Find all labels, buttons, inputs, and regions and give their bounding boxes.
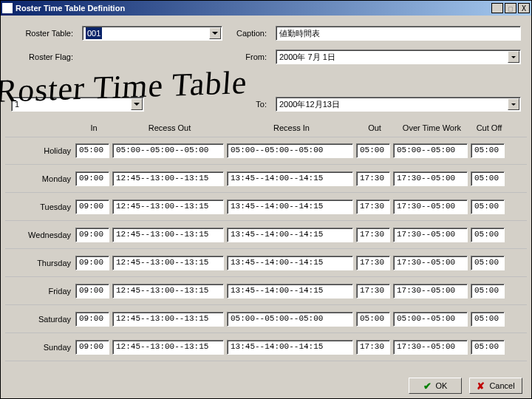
- table-row: Sunday09:0012:45--13:00--13:1513:45--14:…: [5, 333, 527, 361]
- cell-recess-in[interactable]: 05:00--05:00--05:00: [227, 312, 353, 327]
- table-row: Friday09:0012:45--13:00--13:1513:45--14:…: [5, 277, 527, 305]
- day-label: Holiday: [5, 146, 75, 155]
- cell-cutoff[interactable]: 05:00: [471, 340, 505, 355]
- cell-recess-in[interactable]: 13:45--14:00--14:15: [227, 200, 353, 214]
- cell-otw[interactable]: 05:00--05:00: [393, 312, 468, 327]
- cancel-label: Cancel: [489, 381, 514, 390]
- col-cutoff: Cut Off: [471, 123, 508, 132]
- caption-input[interactable]: 値勤時間表: [276, 26, 521, 41]
- minimize-button[interactable]: _: [491, 3, 503, 13]
- to-date-input[interactable]: 2000年12月13日: [276, 97, 521, 112]
- col-out: Out: [356, 123, 393, 132]
- cell-in[interactable]: 09:00: [75, 171, 109, 186]
- cell-in[interactable]: 09:00: [75, 256, 109, 270]
- to-date-value: 2000年12月13日: [279, 99, 340, 110]
- close-button[interactable]: X: [518, 3, 530, 13]
- cell-out[interactable]: 17:30: [356, 284, 390, 299]
- cell-cutoff[interactable]: 05:00: [471, 228, 505, 242]
- table-row: Thursday09:0012:45--13:00--13:1513:45--1…: [5, 249, 527, 277]
- column-headers: In Recess Out Recess In Out Over Time Wo…: [5, 119, 527, 137]
- roster-table-value: 001: [86, 27, 102, 39]
- cell-recess-out[interactable]: 12:45--13:00--13:15: [112, 312, 224, 327]
- cell-otw[interactable]: 17:30--05:00: [393, 340, 468, 355]
- from-label: From:: [227, 52, 271, 61]
- cell-recess-in[interactable]: 13:45--14:00--14:15: [227, 256, 353, 270]
- roster-flag-combo[interactable]: 1: [11, 97, 144, 112]
- cell-recess-out[interactable]: 05:00--05:00--05:00: [112, 143, 224, 158]
- cell-recess-out[interactable]: 12:45--13:00--13:15: [112, 228, 224, 242]
- col-in: In: [75, 123, 112, 132]
- cell-recess-in[interactable]: 13:45--14:00--14:15: [227, 171, 353, 186]
- cell-out[interactable]: 17:30: [356, 340, 390, 355]
- day-label: Thursday: [5, 259, 75, 267]
- ok-label: OK: [436, 381, 448, 390]
- cell-out[interactable]: 17:30: [356, 228, 390, 242]
- day-label: Wednesday: [5, 231, 75, 239]
- dialog-footer: ✔ OK ✘ Cancel: [1, 373, 531, 398]
- window: Roster Time Table Definition _ □ X Roste…: [0, 0, 532, 399]
- table-row: Holiday05:0005:00--05:00--05:0005:00--05…: [5, 137, 527, 165]
- cell-out[interactable]: 17:30: [356, 200, 390, 214]
- cell-recess-out[interactable]: 12:45--13:00--13:15: [112, 284, 224, 299]
- cell-recess-out[interactable]: 12:45--13:00--13:15: [112, 200, 224, 214]
- roster-flag-label: Roster Flag:: [11, 52, 78, 61]
- form-area: Roster Table: 001 Caption: 値勤時間表 Roster …: [1, 16, 531, 119]
- table-row: Monday09:0012:45--13:00--13:1513:45--14:…: [5, 165, 527, 193]
- col-otw: Over Time Work: [393, 123, 471, 132]
- chevron-down-icon[interactable]: [209, 27, 221, 39]
- from-date-input[interactable]: 2000年 7月 1日: [276, 50, 521, 64]
- cell-recess-in[interactable]: 13:45--14:00--14:15: [227, 340, 353, 355]
- day-label: Tuesday: [5, 202, 75, 211]
- caption-value: 値勤時間表: [279, 28, 320, 39]
- cell-recess-in[interactable]: 13:45--14:00--14:15: [227, 284, 353, 299]
- col-recess-out: Recess Out: [112, 123, 227, 132]
- cell-otw[interactable]: 17:30--05:00: [393, 256, 468, 270]
- cell-in[interactable]: 09:00: [75, 200, 109, 214]
- day-label: Monday: [5, 174, 75, 183]
- cell-cutoff[interactable]: 05:00: [471, 256, 505, 270]
- title-bar: Roster Time Table Definition _ □ X: [1, 1, 531, 16]
- cell-recess-in[interactable]: 05:00--05:00--05:00: [227, 143, 353, 158]
- cell-recess-in[interactable]: 13:45--14:00--14:15: [227, 228, 353, 242]
- cell-otw[interactable]: 17:30--05:00: [393, 284, 468, 299]
- table-row: Tuesday09:0012:45--13:00--13:1513:45--14…: [5, 193, 527, 221]
- chevron-down-icon[interactable]: [508, 98, 519, 110]
- roster-flag-value: 1: [15, 100, 19, 109]
- app-icon: [2, 3, 13, 13]
- timetable-rows: Holiday05:0005:00--05:00--05:0005:00--05…: [5, 137, 527, 361]
- cell-otw[interactable]: 05:00--05:00: [393, 143, 468, 158]
- cancel-button[interactable]: ✘ Cancel: [469, 378, 522, 394]
- table-row: Wednesday09:0012:45--13:00--13:1513:45--…: [5, 221, 527, 249]
- cell-in[interactable]: 09:00: [75, 312, 109, 327]
- maximize-button[interactable]: □: [505, 3, 516, 13]
- roster-table-combo[interactable]: 001: [82, 26, 222, 41]
- cell-cutoff[interactable]: 05:00: [471, 171, 505, 186]
- cell-otw[interactable]: 17:30--05:00: [393, 171, 468, 186]
- table-row: Saturday09:0012:45--13:00--13:1505:00--0…: [5, 305, 527, 333]
- cell-out[interactable]: 05:00: [356, 312, 390, 327]
- cell-cutoff[interactable]: 05:00: [471, 200, 505, 214]
- roster-table-label: Roster Table:: [11, 29, 78, 38]
- caption-label: Caption:: [227, 29, 271, 38]
- cell-recess-out[interactable]: 12:45--13:00--13:15: [112, 340, 224, 355]
- chevron-down-icon[interactable]: [508, 51, 519, 63]
- cell-otw[interactable]: 17:30--05:00: [393, 228, 468, 242]
- cell-out[interactable]: 17:30: [356, 256, 390, 270]
- cell-cutoff[interactable]: 05:00: [471, 312, 505, 327]
- to-label: To:: [227, 100, 271, 109]
- cell-otw[interactable]: 17:30--05:00: [393, 200, 468, 214]
- cell-in[interactable]: 05:00: [75, 143, 109, 158]
- cell-in[interactable]: 09:00: [75, 284, 109, 299]
- cross-icon: ✘: [477, 381, 485, 392]
- cell-cutoff[interactable]: 05:00: [471, 143, 505, 158]
- cell-cutoff[interactable]: 05:00: [471, 284, 505, 299]
- cell-in[interactable]: 09:00: [75, 228, 109, 242]
- ok-button[interactable]: ✔ OK: [409, 378, 462, 394]
- day-label: Friday: [5, 287, 75, 296]
- cell-recess-out[interactable]: 12:45--13:00--13:15: [112, 256, 224, 270]
- cell-in[interactable]: 09:00: [75, 340, 109, 355]
- cell-out[interactable]: 05:00: [356, 143, 390, 158]
- cell-recess-out[interactable]: 12:45--13:00--13:15: [112, 171, 224, 186]
- chevron-down-icon[interactable]: [131, 98, 143, 110]
- cell-out[interactable]: 17:30: [356, 171, 390, 186]
